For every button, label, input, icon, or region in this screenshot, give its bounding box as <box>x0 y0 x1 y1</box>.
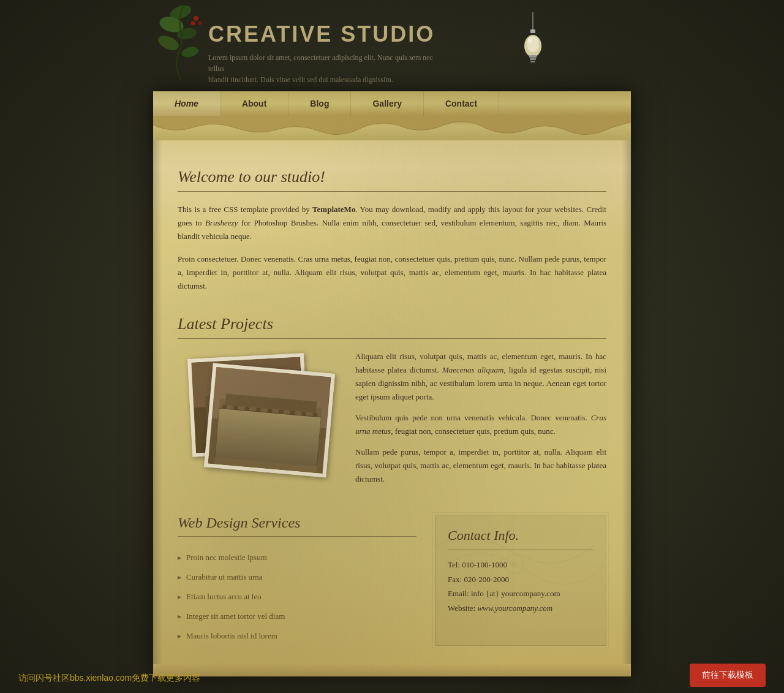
welcome-para2: Proin consectetuer. Donec venenatis. Cra… <box>178 252 606 293</box>
svg-rect-28 <box>219 404 227 444</box>
service-item: Etiam luctus arcu at leo <box>178 587 417 607</box>
svg-rect-31 <box>253 407 261 447</box>
services-list: Proin nec molestie ipsum Curabitur ut ma… <box>178 548 417 646</box>
svg-rect-30 <box>241 406 249 446</box>
content-area: Welcome to our studio! This is a free CS… <box>153 140 631 664</box>
svg-point-38 <box>235 445 242 452</box>
header: CREATIVE STUDIO Lorem ipsum dolor sit am… <box>0 0 784 91</box>
project-para3: Nullam pede purus, tempor a, imperdiet i… <box>355 445 606 486</box>
svg-point-40 <box>292 450 299 457</box>
vine-decoration <box>153 0 214 80</box>
bottom-section: Web Design Services Proin nec molestie i… <box>178 515 606 646</box>
service-item: Integer sit amet tortor vel diam <box>178 607 417 626</box>
svg-rect-35 <box>298 412 306 452</box>
service-link-1[interactable]: Proin nec molestie ipsum <box>186 553 267 562</box>
svg-rect-12 <box>529 55 537 58</box>
web-services-section: Web Design Services Proin nec molestie i… <box>178 515 417 646</box>
svg-rect-32 <box>264 409 272 449</box>
project-description: Aliquam elit risus, volutpat quis, matti… <box>355 350 606 494</box>
nav-about[interactable]: About <box>221 91 288 116</box>
projects-layout: Aliquam elit risus, volutpat quis, matti… <box>178 350 606 494</box>
service-item: Proin nec molestie ipsum <box>178 548 417 567</box>
svg-point-6 <box>198 21 202 25</box>
svg-point-39 <box>288 446 303 461</box>
svg-rect-36 <box>309 412 317 452</box>
watermark: 访问闪号社区bbs.xienlao.com免费下载更多内容 <box>18 673 200 684</box>
navigation: Home About Blog Gallery Contact <box>153 91 631 140</box>
site-tagline: Lorem ipsum dolor sit amet, consectetuer… <box>208 52 441 85</box>
svg-point-37 <box>231 441 246 456</box>
service-link-5[interactable]: Mauris lobortis nisl id lorem <box>186 631 277 641</box>
service-item: Curabitur ut mattis urna <box>178 567 417 587</box>
project-image-area <box>178 350 343 494</box>
header-text: CREATIVE STUDIO Lorem ipsum dolor sit am… <box>208 15 441 85</box>
welcome-section: Welcome to our studio! This is a free CS… <box>178 159 606 293</box>
welcome-para1: This is a free CSS template provided by … <box>178 203 606 243</box>
svg-rect-13 <box>530 58 536 60</box>
nav-bar: Home About Blog Gallery Contact <box>153 91 631 116</box>
welcome-divider <box>178 191 606 192</box>
welcome-title: Welcome to our studio! <box>178 168 606 186</box>
projects-divider <box>178 338 606 339</box>
svg-point-5 <box>194 16 198 21</box>
photo-stack <box>178 350 331 485</box>
download-button[interactable]: 前往下载模板 <box>690 664 766 687</box>
service-link-4[interactable]: Integer sit amet tortor vel diam <box>186 612 285 621</box>
project-para1: Aliquam elit risus, volutpat quis, matti… <box>355 350 606 404</box>
content-bottom <box>153 664 631 676</box>
nav-home[interactable]: Home <box>153 91 221 116</box>
project-para2: Vestibulum quis pede non urna venenatis … <box>355 411 606 438</box>
service-link-2[interactable]: Curabitur ut mattis urna <box>186 572 263 582</box>
services-divider <box>178 536 417 537</box>
svg-rect-29 <box>230 406 238 445</box>
latest-projects-title: Latest Projects <box>178 315 606 333</box>
project-photo-front <box>204 363 335 477</box>
service-item: Mauris lobortis nisl id lorem <box>178 626 417 646</box>
nav-blog[interactable]: Blog <box>288 91 351 116</box>
bulb-decoration <box>521 12 545 74</box>
svg-rect-9 <box>530 29 535 33</box>
svg-point-4 <box>180 45 199 59</box>
svg-rect-34 <box>287 411 295 450</box>
svg-point-15 <box>528 37 532 44</box>
web-services-title: Web Design Services <box>178 515 417 531</box>
latest-projects-section: Latest Projects <box>178 315 606 494</box>
svg-point-7 <box>191 21 195 26</box>
parchment-container: Home About Blog Gallery Contact Welcome … <box>153 91 631 676</box>
nav-torn-edge <box>153 116 631 140</box>
svg-rect-14 <box>530 61 535 62</box>
site-title: CREATIVE STUDIO <box>208 21 441 47</box>
contact-info-box: Contact Info. Tel: 010-100-1000 Fax: 020… <box>435 515 606 646</box>
service-link-3[interactable]: Etiam luctus arcu at leo <box>186 592 262 602</box>
nav-gallery[interactable]: Gallery <box>351 91 423 116</box>
svg-rect-33 <box>276 409 284 449</box>
nav-contact[interactable]: Contact <box>424 91 499 116</box>
contact-bg-deco <box>422 515 606 638</box>
